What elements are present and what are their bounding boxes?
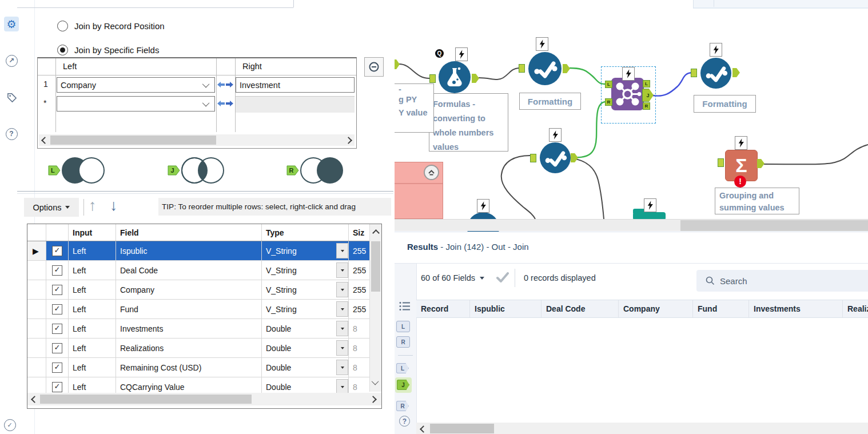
type-dropdown[interactable]: Double [262, 339, 349, 357]
dropdown-button[interactable] [336, 243, 348, 258]
dropdown-button[interactable] [336, 379, 348, 395]
check-circle-icon[interactable]: ✓ [2, 417, 17, 432]
move-down-arrow-icon[interactable]: ↓ [110, 197, 118, 214]
grid-horizontal-scrollbar[interactable] [39, 134, 355, 146]
results-column-header[interactable]: Realizations [843, 300, 868, 317]
field-table-vertical-scrollbar[interactable] [369, 224, 381, 392]
join-right-l-port[interactable]: L [643, 80, 650, 87]
formatting1-label[interactable]: Formatting [519, 93, 581, 110]
comment-fragment-box[interactable]: - g PY Y value [395, 83, 434, 133]
field-checkbox[interactable]: ✓ [46, 261, 69, 280]
join-tool-icon[interactable] [611, 78, 644, 110]
table-row[interactable]: ✓LeftRemaining Cost (USD)Double8 [27, 358, 381, 377]
table-row[interactable]: ✓LeftFundV_String255 [27, 300, 381, 319]
input-anchor-l-button[interactable]: L [396, 321, 410, 332]
workflow-canvas[interactable]: Q Formatting L R L J R [395, 0, 868, 232]
options-button[interactable]: Options [24, 198, 79, 217]
dropdown-button[interactable] [336, 340, 348, 356]
tool-container[interactable] [395, 162, 443, 219]
results-icon-strip: L R L J R ? [395, 264, 417, 434]
results-column-header[interactable]: Fund [693, 300, 749, 317]
input-anchor-r-button[interactable]: R [396, 336, 410, 348]
table-row[interactable]: ✓LeftRealizationsDouble8 [27, 339, 381, 358]
formatting1-tool-icon[interactable] [528, 52, 562, 85]
left-field-dropdown[interactable] [57, 96, 215, 112]
results-column-header[interactable]: Investments [749, 300, 843, 317]
results-column-header[interactable]: Deal Code [541, 300, 619, 317]
formatting2-label[interactable]: Formatting [694, 95, 756, 113]
results-horizontal-scrollbar[interactable] [416, 423, 868, 434]
left-field-dropdown[interactable]: Company [57, 77, 215, 93]
join-left-l-port[interactable]: L [605, 81, 612, 88]
canvas-horizontal-scrollbar[interactable] [395, 219, 868, 231]
field-cell: Fund [116, 300, 262, 318]
type-dropdown[interactable]: Double [262, 319, 349, 338]
list-view-icon[interactable] [399, 301, 411, 311]
dropdown-button[interactable] [336, 301, 348, 317]
help-icon[interactable]: ? [4, 126, 19, 141]
table-row[interactable]: ✓LeftCompanyV_String255 [27, 280, 381, 300]
field-table-horizontal-scrollbar[interactable] [27, 393, 381, 405]
formatting2-tool-icon[interactable] [700, 58, 731, 89]
results-column-header[interactable]: Record [416, 300, 470, 317]
table-row[interactable]: ▶✓LeftIspublicV_String255 [27, 241, 381, 261]
table-row[interactable]: ✓LeftInvestmentsDouble8 [27, 319, 381, 339]
results-help-icon[interactable]: ? [399, 416, 410, 427]
move-up-arrow-icon[interactable]: ↑ [89, 197, 97, 214]
output-anchor-r-button[interactable]: R [396, 401, 409, 411]
lightning-badge-icon [735, 136, 747, 150]
input-cell: Left [69, 358, 116, 377]
right-field-cell[interactable]: Investment [236, 77, 355, 93]
remove-join-row-button[interactable] [364, 57, 384, 77]
row-indicator: ▶ [27, 241, 46, 260]
formula-tool-icon[interactable] [439, 61, 471, 93]
field-checkbox[interactable]: ✓ [46, 339, 69, 357]
join-right-r-port[interactable]: R [643, 102, 650, 110]
results-search-input[interactable]: Search [696, 270, 868, 292]
swap-fields-icons[interactable] [217, 81, 233, 88]
results-column-header[interactable]: Company [619, 300, 693, 317]
reorder-tip-text: TIP: To reorder multiple rows: select, r… [158, 198, 391, 216]
container-collapse-button[interactable] [424, 165, 439, 180]
field-checkbox[interactable]: ✓ [46, 241, 69, 260]
field-checkbox[interactable]: ✓ [46, 300, 69, 318]
type-dropdown[interactable]: Double [262, 358, 349, 377]
dropdown-button[interactable] [336, 262, 348, 278]
fields-dropdown[interactable]: 60 of 60 Fields [421, 273, 484, 282]
input-cell: Left [69, 300, 116, 318]
formatting1-input-anchor[interactable] [519, 64, 525, 73]
field-checkbox[interactable]: ✓ [46, 358, 69, 377]
radio-join-by-specific-fields[interactable] [57, 45, 68, 55]
results-column-header[interactable]: Ispublic [470, 300, 541, 317]
right-field-cell-disabled [236, 96, 355, 113]
check-tool3-icon[interactable] [540, 142, 571, 173]
dropdown-caret-icon [65, 206, 70, 209]
tag-icon[interactable] [4, 90, 19, 105]
output-anchor-l-button[interactable]: L [396, 363, 409, 373]
dropdown-button[interactable] [336, 282, 348, 297]
type-dropdown[interactable]: V_String [262, 280, 349, 299]
dropdown-button[interactable] [336, 321, 348, 336]
formula-comment-box[interactable]: Formulas - converting to whole numbers v… [429, 93, 508, 152]
swap-fields-icons[interactable] [217, 100, 233, 107]
join-left-r-port[interactable]: R [605, 98, 612, 106]
table-row[interactable]: ✓LeftDeal CodeV_String255 [27, 261, 381, 280]
dropdown-button[interactable] [336, 360, 348, 375]
open-link-icon[interactable]: ↗ [4, 53, 19, 68]
field-checkbox[interactable]: ✓ [46, 319, 69, 338]
check-tool3-input-anchor[interactable] [530, 154, 536, 162]
formula-tool-input-anchor[interactable] [429, 74, 436, 83]
type-dropdown[interactable]: V_String [262, 241, 349, 260]
type-dropdown[interactable]: V_String [262, 300, 349, 318]
input-cell: Left [69, 319, 116, 338]
configuration-gear-icon[interactable]: ⚙ [4, 17, 19, 31]
field-checkbox[interactable]: ✓ [46, 280, 69, 299]
formatting2-input-anchor[interactable] [691, 69, 697, 77]
summarize-caption[interactable]: Grouping and summing values [715, 188, 799, 214]
section-divider [17, 191, 393, 194]
apply-check-icon[interactable] [496, 272, 509, 282]
type-dropdown[interactable]: V_String [262, 261, 349, 280]
radio-join-by-record-position[interactable] [57, 21, 68, 31]
summarize-input-anchor[interactable] [718, 158, 724, 167]
arrow-right-icon [226, 81, 233, 88]
